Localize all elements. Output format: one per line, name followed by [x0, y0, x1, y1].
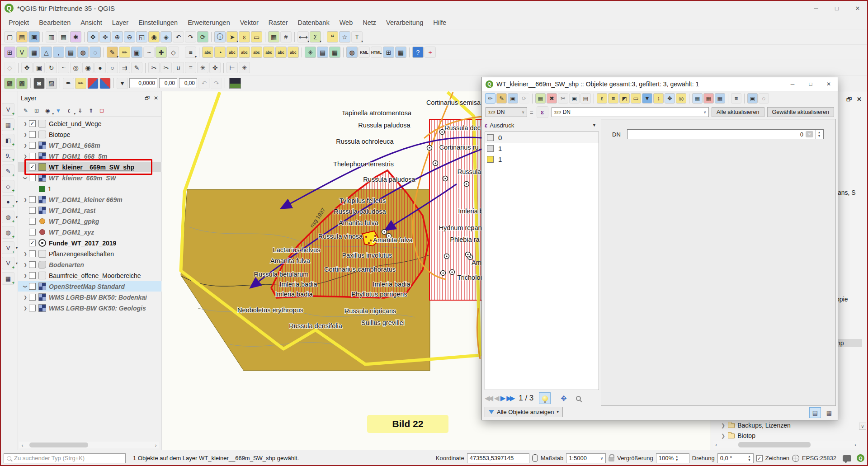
expander-icon[interactable]: ❯ [721, 433, 725, 439]
digitizing-dropdown-icon[interactable]: ▾ [117, 78, 128, 89]
window-close-button[interactable]: ✕ [847, 0, 868, 16]
table-view-button[interactable]: ▦ [823, 407, 835, 418]
panel-close-icon[interactable]: ✕ [857, 96, 862, 103]
layer-item[interactable]: ❯WMS LGRB-BW GK50: Geologis [18, 303, 161, 313]
open-layer-styling-icon[interactable]: ✎ [21, 106, 31, 116]
select-all-icon[interactable]: ≡ [608, 93, 618, 104]
menu-datenbank[interactable]: Datenbank [293, 18, 335, 28]
add-delimited-text-layer-icon[interactable]: , [53, 47, 64, 58]
delete-selected-icon[interactable]: ✖ [547, 93, 557, 104]
data-source-manager-icon[interactable]: ⊞ [4, 47, 15, 58]
expression-builder-button[interactable]: ε [537, 106, 548, 118]
expander-icon[interactable]: ❯ [22, 198, 29, 202]
pan-to-feature-icon[interactable]: ✥ [561, 394, 566, 403]
next-feature-button[interactable]: ▶ [500, 394, 504, 402]
grid-splitter-icon[interactable]: ▦ [395, 47, 406, 58]
panel-float-icon[interactable]: 🗗 [846, 96, 852, 103]
layer-checkbox[interactable] [29, 142, 36, 149]
merge-selected-features-icon[interactable]: ∪ [173, 62, 184, 73]
add-postgis-layer-icon[interactable]: ▤ [65, 47, 76, 58]
delete-ring-icon[interactable]: ○ [107, 62, 118, 73]
offset-point-symbol-icon[interactable]: ✜ [209, 62, 221, 73]
modify-attributes-icon[interactable]: ≡ [185, 47, 196, 58]
render-checkbox[interactable]: ✓ [756, 455, 763, 461]
paste-features-icon[interactable]: ▤ [580, 93, 591, 104]
image-preview-icon[interactable] [229, 78, 241, 89]
layer-item[interactable]: ❯✓Gebiet_und_Wege [18, 118, 161, 129]
add-feature-icon[interactable]: ✚ [156, 47, 167, 58]
layer-checkbox[interactable] [29, 153, 36, 160]
field-calculator-icon[interactable]: ▦ [715, 93, 725, 104]
layer-labeling-icon[interactable]: abc [202, 47, 213, 58]
add-polygon-layer-icon[interactable]: ◇+ [2, 180, 14, 193]
zoom-next-icon[interactable]: ↷ [185, 31, 196, 42]
add-feature-icon[interactable]: ▦ [535, 93, 546, 104]
layer-checkbox[interactable] [29, 250, 36, 257]
add-spatialite-layer-icon[interactable]: ✎+ [2, 165, 14, 177]
add-vector-layer-icon[interactable]: V [16, 47, 28, 58]
measure-line-icon[interactable]: ⟷ [297, 31, 309, 42]
layer-checkbox[interactable] [29, 283, 36, 290]
menu-einstellungen[interactable]: Einstellungen [133, 18, 183, 28]
refresh-map-icon[interactable]: ⟳ [197, 31, 208, 42]
conditional-formatting-icon[interactable]: ≡ [731, 93, 741, 104]
expander-icon[interactable]: ❯ [22, 306, 29, 311]
layer-checkbox[interactable] [29, 229, 36, 235]
scale-combo[interactable]: 1:5000∨ [566, 453, 606, 463]
select-by-expression-icon[interactable]: ε [239, 31, 250, 42]
layer-diagram-icon[interactable]: ◔ [214, 47, 226, 58]
layer-item[interactable]: ❯WT_DGM1_kleiner 669m [18, 194, 161, 205]
menu-erweiterungen[interactable]: Erweiterungen [183, 18, 235, 28]
browser-item-fragment[interactable]: hp [836, 339, 862, 347]
collapse-all-icon[interactable]: ⇑ [86, 106, 96, 116]
split-features-icon[interactable]: ✂ [148, 62, 160, 73]
crs-globe-icon[interactable] [792, 455, 799, 462]
highlight-feature-button[interactable] [539, 392, 551, 404]
coordinate-capture-icon[interactable]: ⊞ [383, 47, 394, 58]
layer-checkbox[interactable] [29, 272, 36, 279]
pan-map-icon[interactable]: ✥ [87, 31, 99, 42]
menu-raster[interactable]: Raster [264, 18, 293, 28]
move-label-icon[interactable]: abc [263, 47, 274, 58]
menu-vektor[interactable]: Vektor [235, 18, 264, 28]
layer-item[interactable]: ❯WT_DGM1_668m [18, 140, 161, 151]
cut-features-icon[interactable]: ✂ [558, 93, 568, 104]
plugin-crosshair-icon[interactable]: + [425, 47, 436, 58]
save-edits-icon[interactable]: ▣ [508, 93, 518, 104]
scroll-right-icon[interactable]: › [152, 442, 159, 448]
z-coordinate-field[interactable]: 0,00 [179, 78, 197, 88]
toggle-editing-icon[interactable]: ✏ [119, 47, 130, 58]
osm-place-search-icon[interactable]: ▩ [4, 78, 15, 89]
expander-icon[interactable]: ❯ [23, 174, 28, 182]
window-maximize-button[interactable]: □ [826, 0, 847, 16]
metasearch-icon[interactable]: ◍ [346, 47, 358, 58]
add-wms-layer-icon[interactable]: ◍ [77, 47, 89, 58]
zoom-full-icon[interactable]: ◱ [136, 31, 147, 42]
undo-icon[interactable]: ↶ [198, 78, 210, 89]
menu-web[interactable]: Web [335, 18, 358, 28]
feature-list-item[interactable]: 1 [485, 143, 599, 154]
browser-vscroll-down-icon[interactable]: ∨ [859, 423, 866, 430]
dock-attribute-table-icon[interactable]: ▣ [747, 93, 758, 104]
import-photos-icon[interactable]: ◙ [33, 78, 45, 89]
field-calculator-icon[interactable]: # [280, 31, 292, 42]
copy-features-icon[interactable]: ▣ [569, 93, 580, 104]
menu-netz[interactable]: Netz [358, 18, 381, 28]
layer-checkbox[interactable] [29, 207, 36, 214]
layer-item[interactable]: ✓WT_kleiner__669m_SW_shp [18, 162, 161, 172]
rotation-input[interactable]: 0,0 °▲▼ [717, 453, 754, 463]
redo-icon[interactable]: ↷ [211, 78, 222, 89]
menu-ansicht[interactable]: Ansicht [75, 18, 107, 28]
pan-to-selection-icon[interactable]: ✜ [99, 31, 111, 42]
expander-icon[interactable]: ❯ [22, 295, 29, 300]
new-spatial-bookmark-icon[interactable]: ☆ [339, 31, 350, 42]
feature-list-item[interactable]: 0 [485, 132, 599, 143]
locator-search-input[interactable]: Zu suchender Typ (Strg+K) [4, 453, 126, 463]
pan-to-selection-icon[interactable]: ✥ [665, 93, 675, 104]
simplify-feature-icon[interactable]: ~ [58, 62, 69, 73]
add-wfs-layer-icon[interactable]: V+▾ [2, 241, 14, 254]
add-postgis-layer-icon[interactable]: ●+▾ [2, 195, 14, 208]
new-project-icon[interactable]: ▢ [4, 31, 15, 42]
layer-checkbox[interactable] [29, 174, 36, 181]
dn-field-input[interactable]: 0 ✕ ▲▼ [627, 129, 824, 139]
